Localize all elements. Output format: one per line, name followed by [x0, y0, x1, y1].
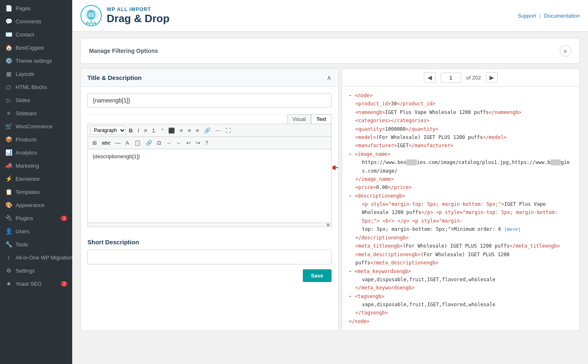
sidebar-item-pages[interactable]: 📄 Pages	[0, 2, 72, 15]
sidebar-item-yoast-seo[interactable]: ★ Yoast SEO 2	[0, 277, 72, 290]
sidebars-icon: ≡	[5, 110, 12, 116]
tools-icon: 🔧	[5, 241, 12, 248]
sidebar-item-slides[interactable]: ▷ Slides	[0, 93, 72, 107]
tab-text[interactable]: Text	[311, 114, 332, 124]
short-description-wrap: Short Description	[81, 234, 338, 269]
tab-visual[interactable]: Visual	[287, 114, 311, 124]
header-links: Support | Documentation	[517, 13, 580, 19]
bestciggies-icon: 🏠	[5, 44, 12, 51]
blockquote-button[interactable]: "	[159, 126, 165, 135]
xml-total: of 202	[466, 75, 481, 81]
italic-button[interactable]: I	[135, 126, 141, 135]
filter-collapse-button[interactable]: ∨	[560, 45, 571, 57]
redo-button[interactable]: ↪	[194, 139, 202, 147]
undo-button[interactable]: ↩	[184, 139, 193, 147]
yoast-icon: ★	[5, 280, 12, 287]
show-more-button[interactable]: ⊞	[90, 139, 99, 147]
comments-icon: 💬	[5, 18, 12, 25]
sidebar-item-appearance[interactable]: 🎨 Appearance	[0, 198, 72, 212]
analytics-icon: 📊	[5, 149, 12, 156]
allinone-icon: ↕	[5, 254, 12, 261]
support-link[interactable]: Support	[517, 13, 536, 19]
paste-button[interactable]: 📋	[132, 139, 143, 147]
sidebar: 📄 Pages 💬 Comments ✉️ Contact 🏠 BestCigg…	[0, 0, 72, 364]
align-justify-button[interactable]: ≡	[194, 126, 201, 135]
sidebar-item-users[interactable]: 👤 Users	[0, 225, 72, 238]
section-collapse-button[interactable]: ∧	[327, 74, 332, 82]
text-color-button[interactable]: A	[124, 139, 131, 147]
editor-content-wrap: {descriptionengb[1]}	[87, 149, 332, 223]
title-input[interactable]	[87, 93, 332, 107]
link-remove-button[interactable]: 🔗	[144, 139, 154, 147]
left-panel: Title & Description ∧	[80, 68, 339, 331]
sidebar-item-bestciggies[interactable]: 🏠 BestCiggies	[0, 41, 72, 54]
xml-navigation: ◀ of 202 ▶	[342, 69, 579, 86]
plugins-icon: 🔌	[5, 215, 12, 221]
unordered-list-button[interactable]: ≡	[142, 126, 149, 135]
editor-wrap: Visual Text Paragraph B I ≡ 1. " ⬛ ≡ ≡ ≡	[81, 114, 338, 234]
documentation-link[interactable]: Documentation	[544, 13, 580, 19]
special-char-button[interactable]: Ω	[155, 139, 163, 147]
sidebar-item-plugins[interactable]: 🔌 Plugins 1	[0, 212, 72, 225]
sidebar-item-analytics[interactable]: 📊 Analytics	[0, 146, 72, 159]
woocommerce-icon: 🛒	[5, 123, 12, 130]
sidebar-item-contact[interactable]: ✉️ Contact	[0, 28, 72, 41]
toolbar-row-2: ⊞ abc — A 📋 🔗 Ω → ← ↩ ↪ ?	[87, 137, 332, 149]
xml-page-input[interactable]	[441, 73, 461, 83]
pages-icon: 📄	[5, 5, 12, 11]
title-field-wrap	[81, 87, 338, 114]
sidebar-item-theme-settings[interactable]: ⚙️ Theme settings	[0, 54, 72, 67]
section-title: Title & Description	[87, 74, 142, 81]
sidebar-item-elementor[interactable]: ⚡ Elementor	[0, 172, 72, 185]
html-blocks-icon: ◻	[5, 84, 12, 90]
main-content: WP ALL IMPORT Drag & Drop Support | Docu…	[72, 0, 588, 364]
editor-tabs: Visual Text	[87, 114, 332, 124]
sidebar-item-tools[interactable]: 🔧 Tools	[0, 238, 72, 251]
align-right-button[interactable]: ≡	[186, 126, 193, 135]
align-center-button[interactable]: ≡	[178, 126, 185, 135]
indent-button[interactable]: →	[164, 139, 173, 147]
brand-subtitle: WP ALL IMPORT	[107, 7, 169, 12]
layouts-icon: ▦	[5, 71, 12, 77]
strike-button[interactable]: abc	[100, 139, 112, 147]
sidebar-item-all-in-one[interactable]: ↕ All-in-One WP Migration	[0, 251, 72, 264]
sidebar-item-html-blocks[interactable]: ◻ HTML Blocks	[0, 80, 72, 93]
help-button[interactable]: ?	[203, 139, 210, 147]
sidebar-item-comments[interactable]: 💬 Comments	[0, 15, 72, 28]
ordered-list-button[interactable]: 1.	[150, 126, 159, 135]
fullscreen-button[interactable]: ⛶	[224, 126, 233, 135]
align-left-button[interactable]: ⬛	[166, 126, 177, 135]
xml-prev-button[interactable]: ◀	[424, 72, 436, 83]
link-button[interactable]: 🔗	[202, 126, 213, 135]
users-icon: 👤	[5, 228, 12, 234]
xml-content: - <node> <product_id>30</product_id> <na…	[342, 86, 579, 330]
sidebar-item-settings[interactable]: ⚙ Settings	[0, 264, 72, 277]
appearance-icon: 🎨	[5, 202, 12, 208]
horizontal-rule-button[interactable]: —	[113, 139, 123, 147]
short-description-input[interactable]	[87, 250, 332, 264]
xml-more-link[interactable]: [more]	[504, 227, 521, 232]
products-icon: 📦	[5, 136, 12, 143]
sidebar-item-sidebars[interactable]: ≡ Sidebars	[0, 107, 72, 120]
sidebar-item-products[interactable]: 📦 Products	[0, 133, 72, 146]
templates-icon: 📋	[5, 189, 12, 195]
editor-content[interactable]: {descriptionengb[1]}	[87, 149, 332, 223]
contact-icon: ✉️	[5, 31, 12, 38]
toolbar-row-1: Paragraph B I ≡ 1. " ⬛ ≡ ≡ ≡ 🔗 ⋯ ⛶	[87, 124, 332, 137]
chevron-down-icon: ∨	[563, 48, 567, 54]
outdent-button[interactable]: ←	[174, 139, 183, 147]
sidebar-item-woocommerce[interactable]: 🛒 WooCommerce	[0, 120, 72, 133]
editor-resize-handle[interactable]: ⌗	[87, 223, 332, 227]
xml-next-button[interactable]: ▶	[486, 72, 498, 83]
paragraph-select[interactable]: Paragraph	[90, 126, 126, 135]
sidebar-item-marketing[interactable]: 📣 Marketing	[0, 159, 72, 172]
brand-logo	[80, 5, 102, 26]
sidebar-item-layouts[interactable]: ▦ Layouts	[0, 67, 72, 80]
description-arrow	[332, 162, 339, 174]
content-area: Title & Description ∧	[80, 68, 580, 331]
more-button[interactable]: ⋯	[213, 126, 223, 135]
sidebar-item-templates[interactable]: 📋 Templates	[0, 185, 72, 198]
save-button[interactable]: Save	[303, 269, 332, 282]
bold-button[interactable]: B	[127, 126, 135, 135]
slides-icon: ▷	[5, 97, 12, 103]
